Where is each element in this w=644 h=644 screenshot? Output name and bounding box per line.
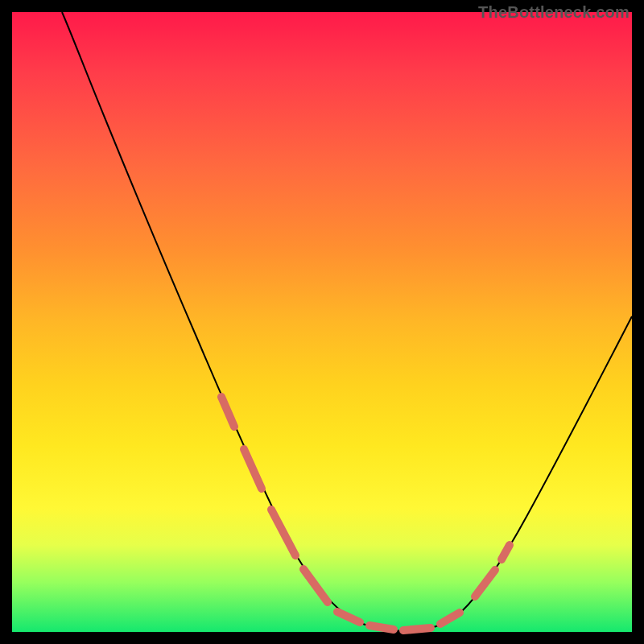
highlight-dash: [303, 569, 328, 602]
highlight-dash: [403, 628, 431, 630]
plot-area: [12, 12, 632, 632]
highlight-dash: [369, 625, 394, 630]
watermark-text: TheBottleneck.com: [478, 3, 630, 22]
chart-frame: TheBottleneck.com: [0, 0, 644, 644]
highlight-dash: [244, 449, 262, 489]
highlight-dash: [221, 397, 234, 427]
curve-layer: [12, 12, 632, 632]
highlight-dash: [502, 545, 510, 559]
highlight-dash: [337, 612, 360, 622]
highlight-dash: [475, 570, 495, 597]
bottleneck-curve: [62, 12, 632, 631]
highlight-dash: [271, 510, 295, 555]
highlight-dash: [440, 613, 460, 624]
